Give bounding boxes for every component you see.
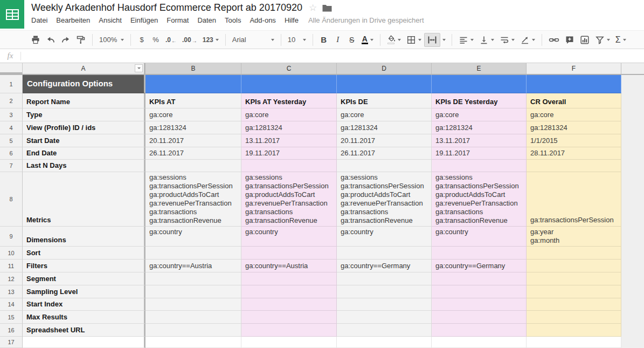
menu-item-datei[interactable]: Datei [27,15,52,25]
cell-F7[interactable] [527,160,621,172]
formula-input[interactable] [21,49,644,63]
insert-comment-button[interactable] [562,33,577,47]
row-header-4[interactable]: 4 [0,121,23,134]
cell-A15[interactable]: Max Results [23,311,146,324]
cell-C2[interactable]: KPIs AT Yesterday [241,93,337,108]
cell-C12[interactable] [241,272,337,285]
row-header-3[interactable]: 3 [0,108,23,121]
cell-D2[interactable]: KPIs DE [337,93,432,108]
row-header-2[interactable]: 2 [0,93,23,108]
cell-E3[interactable]: ga:core [432,108,527,121]
cell-F11[interactable] [527,260,621,272]
vertical-align-dropdown[interactable] [476,33,497,47]
cell-A3[interactable]: Type [23,108,146,121]
row-header-6[interactable]: 6 [0,147,23,160]
column-header-E[interactable]: E [432,63,527,75]
cell-E10[interactable] [432,247,527,260]
row-header-16[interactable]: 16 [0,324,23,337]
cell-A4[interactable]: View (Profile) ID / ids [23,121,146,134]
paint-format-button[interactable] [73,33,88,47]
cell-C13[interactable] [241,285,337,298]
cell-E15[interactable] [432,311,527,324]
cell-A11[interactable]: Filters [23,260,146,272]
cell-B14[interactable] [146,298,241,311]
number-format-dropdown[interactable]: 123 [200,33,221,47]
cell-C17[interactable] [241,337,337,348]
cell-C9[interactable]: ga:country [241,227,337,247]
text-wrap-dropdown[interactable] [497,33,517,47]
column-a-filter-dropdown[interactable] [135,64,143,72]
cell-D8[interactable]: ga:sessions ga:transactionsPerSession ga… [337,172,432,227]
column-header-B[interactable]: B [146,63,241,75]
row-header-5[interactable]: 5 [0,134,23,147]
cell-F10[interactable] [527,247,621,260]
cell-B5[interactable]: 20.11.2017 [146,134,241,147]
print-button[interactable] [28,33,43,47]
cell-E7[interactable] [432,160,527,172]
document-title[interactable]: Weekly Arkadenhof Hausdorf Ecommerce Rep… [31,2,302,13]
cell-C3[interactable]: ga:core [241,108,337,121]
cell-E13[interactable] [432,285,527,298]
horizontal-align-dropdown[interactable] [456,33,476,47]
cell-E16[interactable] [432,324,527,337]
cell-B4[interactable]: ga:1281324 [146,121,241,134]
menu-item-ansicht[interactable]: Ansicht [94,15,126,25]
cell-B13[interactable] [146,285,241,298]
sheets-logo-icon[interactable] [0,0,24,29]
insert-chart-button[interactable] [577,33,592,47]
cell-B6[interactable]: 26.11.2017 [146,147,241,160]
cell-C8[interactable]: ga:sessions ga:transactionsPerSession ga… [241,172,337,227]
cell-E9[interactable]: ga:country [432,227,527,247]
row-header-14[interactable]: 14 [0,298,23,311]
row-header-7[interactable]: 7 [0,160,23,172]
insert-link-button[interactable] [546,33,562,47]
select-all-corner[interactable] [0,63,23,75]
cell-B11[interactable]: ga:country==Austria [146,260,241,272]
menu-item-add-ons[interactable]: Add-ons [245,15,280,25]
cell-D17[interactable] [337,337,432,348]
menu-item-daten[interactable]: Daten [193,15,220,25]
cell-E14[interactable] [432,298,527,311]
column-header-D[interactable]: D [337,63,432,75]
cell-F9[interactable]: ga:year ga:month [527,227,621,247]
cell-E2[interactable]: KPIs DE Yesterday [432,93,527,108]
row-header-8[interactable]: 8 [0,172,23,227]
cell-C6[interactable]: 19.11.2017 [241,147,337,160]
cell-E4[interactable]: ga:1281324 [432,121,527,134]
cell-C5[interactable]: 13.11.2017 [241,134,337,147]
cell-A13[interactable]: Sampling Level [23,285,146,298]
cell-C15[interactable] [241,311,337,324]
cell-A6[interactable]: End Date [23,147,146,160]
row-header-1[interactable]: 1 [0,75,23,93]
folder-icon[interactable] [322,4,332,12]
row-header-9[interactable]: 9 [0,227,23,247]
row-header-11[interactable]: 11 [0,260,23,272]
redo-button[interactable] [58,33,73,47]
cell-D13[interactable] [337,285,432,298]
cell-D6[interactable]: 26.11.2017 [337,147,432,160]
cell-C11[interactable]: ga:country==Austria [241,260,337,272]
cell-F6[interactable]: 28.11.2017 [527,147,621,160]
cell-B17[interactable] [146,337,241,348]
cell-F17[interactable] [527,337,621,348]
borders-dropdown[interactable] [404,33,424,47]
save-status[interactable]: Alle Änderungen in Drive gespeichert [308,16,424,24]
cell-B8[interactable]: ga:sessions ga:transactionsPerSession ga… [146,172,241,227]
cell-A14[interactable]: Start Index [23,298,146,311]
cell-D1[interactable] [337,75,432,93]
cell-A1[interactable]: Configuration Options [23,75,146,93]
cell-B15[interactable] [146,311,241,324]
cell-E12[interactable] [432,272,527,285]
cell-F13[interactable] [527,285,621,298]
functions-dropdown[interactable]: Σ [613,33,629,47]
cell-A10[interactable]: Sort [23,247,146,260]
cell-F2[interactable]: CR Overall [527,93,621,108]
column-header-A[interactable]: A [23,63,146,75]
percent-format-button[interactable]: % [149,33,163,47]
row-header-12[interactable]: 12 [0,272,23,285]
text-rotation-dropdown[interactable] [517,33,538,47]
bold-button[interactable]: B [317,33,331,47]
cell-A17[interactable] [23,337,146,348]
cell-B9[interactable]: ga:country [146,227,241,247]
cell-C10[interactable] [241,247,337,260]
